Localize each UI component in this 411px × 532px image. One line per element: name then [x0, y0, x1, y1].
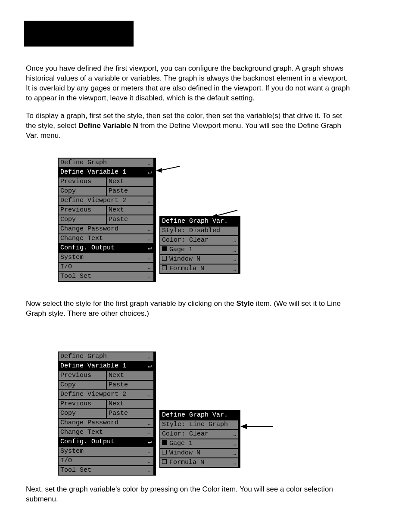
- ellipsis-icon: …: [148, 264, 152, 270]
- define-viewport-menu-b: Define Graph… Define Variable 1↵ Previou…: [58, 352, 156, 476]
- submenu-title: Define Graph Var.: [160, 411, 238, 420]
- ellipsis-icon: …: [148, 354, 152, 360]
- menu-item-copy[interactable]: Copy: [59, 381, 106, 389]
- menu-item-change-text[interactable]: Change Text…: [59, 234, 153, 243]
- menu-item-io[interactable]: I/O…: [59, 457, 153, 465]
- ellipsis-icon: …: [233, 237, 236, 243]
- paragraph-c1: Next, set the graph variable's color by …: [26, 485, 353, 504]
- menu-item-copy-2[interactable]: Copy: [59, 409, 106, 418]
- ellipsis-icon: …: [148, 429, 152, 436]
- svg-marker-5: [240, 424, 247, 429]
- menu-item-paste-2[interactable]: Paste: [106, 409, 153, 418]
- define-graph-var-menu-b: Define Graph Var. Style: Line Graph Colo…: [159, 410, 240, 468]
- menu-item-io[interactable]: I/O…: [59, 263, 153, 271]
- ellipsis-icon: …: [148, 458, 152, 464]
- menu-item-copy-2[interactable]: Copy: [59, 215, 106, 224]
- submenu-item-color[interactable]: Color: Clear…: [160, 236, 238, 245]
- menu-item-system[interactable]: System…: [59, 447, 153, 456]
- submenu-item-formula[interactable]: Formula N…: [160, 458, 238, 467]
- menu-item-define-variable[interactable]: Define Variable 1↵: [59, 168, 153, 177]
- ellipsis-icon: …: [148, 255, 152, 261]
- checkbox-empty-icon: [162, 459, 167, 464]
- submenu-item-color[interactable]: Color: Clear…: [160, 430, 238, 439]
- enter-icon: ↵: [148, 439, 152, 445]
- menu-item-change-text[interactable]: Change Text…: [59, 428, 153, 437]
- menu-item-define-variable[interactable]: Define Variable 1↵: [59, 362, 153, 370]
- menu-item-change-password[interactable]: Change Password…: [59, 419, 153, 427]
- ellipsis-icon: …: [148, 467, 152, 473]
- ellipsis-icon: …: [233, 266, 236, 272]
- menu-item-copy[interactable]: Copy: [59, 187, 106, 196]
- menu-item-config-output[interactable]: Config. Output↵: [59, 438, 153, 446]
- svg-marker-1: [156, 168, 162, 173]
- submenu-item-window[interactable]: Window N…: [160, 255, 238, 264]
- arrow-icon: [156, 164, 182, 177]
- menu-item-tool-set[interactable]: Tool Set…: [59, 466, 153, 475]
- menu-item-tool-set[interactable]: Tool Set…: [59, 272, 153, 281]
- ellipsis-icon: …: [148, 420, 152, 426]
- ellipsis-icon: …: [233, 431, 236, 437]
- menu-item-paste[interactable]: Paste: [106, 381, 153, 389]
- svg-line-0: [159, 166, 180, 171]
- enter-icon: ↵: [148, 169, 152, 175]
- enter-icon: ↵: [148, 363, 152, 369]
- arrow-icon: [240, 421, 275, 432]
- menu-item-next[interactable]: Next: [106, 177, 153, 186]
- menu-item-define-graph[interactable]: Define Graph…: [59, 352, 153, 361]
- ellipsis-icon: …: [148, 226, 152, 232]
- menu-item-next[interactable]: Next: [106, 371, 153, 380]
- menu-item-config-output[interactable]: Config. Output↵: [59, 244, 153, 252]
- menu-item-define-graph[interactable]: Define Graph…: [59, 159, 153, 167]
- menu-item-define-viewport[interactable]: Define Viewport 2…: [59, 390, 153, 399]
- submenu-item-style[interactable]: Style: Line Graph: [160, 420, 238, 429]
- ellipsis-icon: …: [233, 441, 236, 447]
- ellipsis-icon: …: [233, 450, 236, 456]
- paragraph-b1: Now select the style for the first graph…: [26, 299, 353, 319]
- ellipsis-icon: …: [233, 256, 236, 262]
- submenu-item-style[interactable]: Style: Disabled: [160, 227, 238, 235]
- menu-item-change-password[interactable]: Change Password…: [59, 225, 153, 233]
- submenu-item-formula[interactable]: Formula N…: [160, 264, 238, 273]
- submenu-item-window[interactable]: Window N…: [160, 449, 238, 457]
- submenu-title: Define Graph Var.: [160, 217, 238, 226]
- body-text-a: Once you have defined the first viewport…: [26, 64, 353, 149]
- submenu-item-gage[interactable]: Gage 1…: [160, 246, 238, 254]
- menu-item-previous[interactable]: Previous: [59, 177, 106, 186]
- ellipsis-icon: …: [148, 198, 152, 204]
- menu-item-paste-2[interactable]: Paste: [106, 215, 153, 224]
- menu-item-next-2[interactable]: Next: [106, 206, 153, 215]
- menu-item-next-2[interactable]: Next: [106, 400, 153, 408]
- ellipsis-icon: …: [233, 247, 236, 253]
- menu-item-paste[interactable]: Paste: [106, 187, 153, 196]
- checkbox-filled-icon: [162, 440, 167, 445]
- menu-item-define-viewport[interactable]: Define Viewport 2…: [59, 196, 153, 205]
- body-text-c: Next, set the graph variable's color by …: [26, 485, 353, 512]
- body-text-b: Now select the style for the first graph…: [26, 299, 353, 327]
- define-graph-var-menu-a: Define Graph Var. Style: Disabled Color:…: [159, 216, 240, 274]
- ellipsis-icon: …: [148, 448, 152, 454]
- paragraph-a1: Once you have defined the first viewport…: [26, 64, 353, 103]
- menu-item-previous[interactable]: Previous: [59, 371, 106, 380]
- paragraph-a2: To display a graph, first set the style,…: [26, 111, 353, 141]
- header-black-block: [24, 21, 134, 47]
- ellipsis-icon: …: [148, 392, 152, 398]
- checkbox-empty-icon: [162, 450, 167, 454]
- checkbox-empty-icon: [162, 265, 167, 270]
- menu-item-system[interactable]: System…: [59, 253, 153, 262]
- define-viewport-menu-a: Define Graph… Define Variable 1↵ Previou…: [58, 158, 156, 282]
- menu-item-previous-2[interactable]: Previous: [59, 400, 106, 408]
- submenu-item-gage[interactable]: Gage 1…: [160, 439, 238, 448]
- svg-line-2: [215, 210, 237, 216]
- ellipsis-icon: …: [148, 236, 152, 242]
- enter-icon: ↵: [148, 245, 152, 251]
- ellipsis-icon: …: [148, 160, 152, 166]
- ellipsis-icon: …: [148, 274, 152, 280]
- ellipsis-icon: …: [233, 460, 236, 466]
- checkbox-filled-icon: [162, 246, 167, 251]
- menu-item-previous-2[interactable]: Previous: [59, 206, 106, 215]
- checkbox-empty-icon: [162, 256, 167, 261]
